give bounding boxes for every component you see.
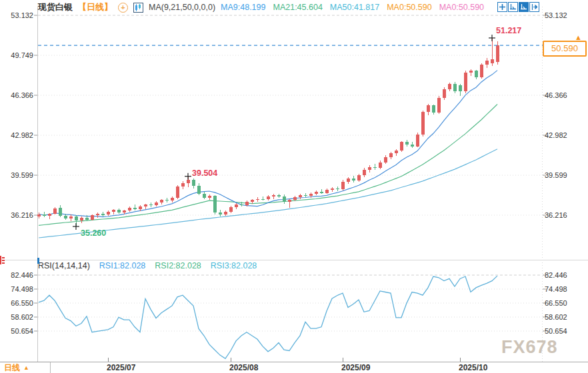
axis-tick-label: 39.599: [0, 171, 33, 180]
ma-value-label: MA9:48.199: [221, 3, 265, 12]
add-indicator-icon[interactable]: +: [118, 3, 128, 13]
axis-scale-left-icon[interactable]: [508, 2, 518, 12]
ma-value-label: MA0:50.590: [439, 3, 484, 12]
axis-tick-label: 46.366: [545, 91, 567, 100]
ma-values: MA9:48.199MA21:45.604MA50:41.817MA0:50.5…: [221, 3, 484, 12]
chart-canvas[interactable]: [0, 0, 588, 373]
period-tab-daily[interactable]: 日线 ▲: [0, 362, 51, 373]
axis-tick-label: 66.550: [0, 298, 33, 308]
rsi-values: RSI1:82.028RSI2:82.028RSI3:82.028: [99, 261, 257, 270]
axis-tick-label: 58.602: [0, 312, 33, 322]
collapse-panel-icon[interactable]: [529, 2, 539, 12]
pan-icon[interactable]: [497, 2, 507, 12]
rsi-value-label: RSI1:82.028: [99, 261, 146, 270]
axis-tick-label: 50.654: [0, 326, 33, 336]
time-tick-label: 2025/09: [341, 363, 370, 372]
axis-tick-label: 42.982: [545, 131, 567, 140]
time-tick-label: 2025/07: [107, 363, 135, 372]
ma-value-label: MA0:50.590: [387, 3, 431, 12]
chart-header: 现货白银 【日线】 + MA(9,21,50,0,0,0) MA9:48.199…: [38, 1, 484, 13]
chart-toolbar: [497, 2, 539, 12]
axis-tick-label: 58.602: [545, 312, 567, 322]
current-price-badge: 50.590: [543, 41, 587, 57]
axis-tick-label: 39.599: [545, 171, 567, 180]
axis-tick-label: 49.749: [0, 51, 33, 60]
axis-tick-label: 50.654: [545, 326, 567, 336]
watermark: FX678: [501, 337, 558, 358]
pane-resize-handle[interactable]: [0, 256, 7, 264]
swing-high-label: 39.504: [192, 169, 217, 178]
period-label[interactable]: 【日线】: [78, 1, 113, 13]
axis-scale-right-icon[interactable]: [519, 2, 529, 12]
axis-tick-label: 74.498: [545, 284, 567, 294]
ma50-line: [39, 149, 497, 238]
rsi-header: RSI(14,14,14) RSI1:82.028RSI2:82.028RSI3…: [38, 261, 257, 270]
triangle-up-icon: ▲: [23, 364, 29, 371]
axis-tick-label: 36.216: [0, 210, 33, 220]
axis-tick-label: 42.982: [0, 131, 33, 140]
rsi-settings-label[interactable]: RSI(14,14,14): [38, 261, 90, 270]
axis-tick-label: 53.132: [0, 11, 33, 20]
symbol-title: 现货白银: [38, 1, 73, 13]
pane-marker: [37, 258, 39, 264]
candlestick-chart-icon[interactable]: [133, 3, 143, 13]
axis-tick-label: 82.446: [0, 270, 33, 280]
axis-tick-label: 36.216: [545, 210, 567, 220]
rsi-value-label: RSI2:82.028: [155, 261, 201, 270]
period-tab-label: 日线: [4, 362, 20, 373]
time-tick-label: 2025/08: [229, 363, 258, 372]
candles-layer: [37, 38, 499, 226]
rsi-value-label: RSI3:82.028: [211, 261, 257, 270]
axis-tick-label: 82.446: [545, 270, 567, 280]
ma9-line: [39, 71, 497, 217]
axis-tick-label: 53.132: [545, 11, 567, 20]
axis-tick-label: 46.366: [0, 91, 33, 100]
price-up-arrow-icon: ▲: [575, 33, 582, 41]
swing-low-label: 35.260: [81, 228, 106, 238]
ma-value-label: MA50:41.817: [330, 3, 379, 12]
chart-app: 现货白银 【日线】 + MA(9,21,50,0,0,0) MA9:48.199…: [0, 0, 588, 373]
axis-tick-label: 74.498: [0, 284, 33, 294]
time-tick-label: 2025/10: [459, 363, 487, 372]
axis-tick-label: 66.550: [545, 298, 567, 308]
latest-high-label: 51.217: [496, 26, 521, 35]
ma21-line: [39, 105, 497, 226]
ma-settings-label[interactable]: MA(9,21,50,0,0,0): [149, 3, 215, 12]
ma-value-label: MA21:45.604: [273, 3, 322, 12]
